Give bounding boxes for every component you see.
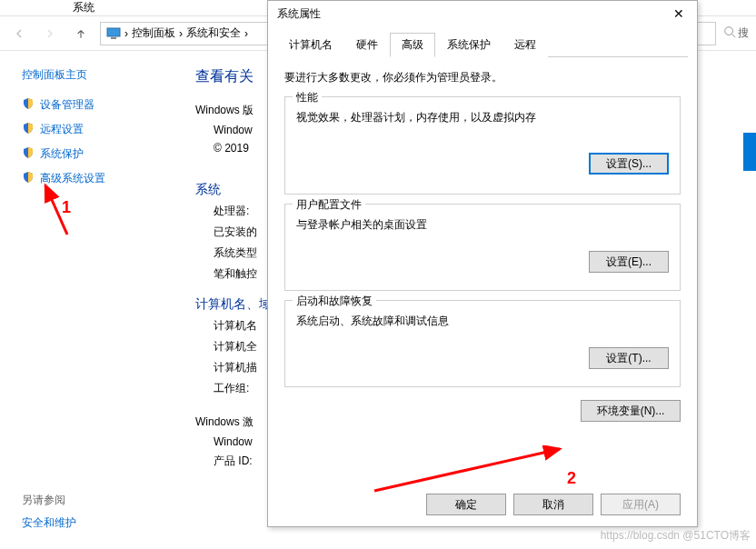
startup-recovery-group: 启动和故障恢复 系统启动、系统故障和调试信息 设置(T)... [284, 300, 681, 387]
shield-icon [22, 146, 35, 162]
sidebar-item-label: 远程设置 [40, 122, 84, 137]
shield-icon [22, 122, 35, 137]
up-button[interactable] [69, 22, 93, 45]
tab-strip: 计算机名 硬件 高级 系统保护 远程 [277, 32, 688, 57]
performance-settings-button[interactable]: 设置(S)... [589, 153, 669, 175]
breadcrumb-item[interactable]: 控制面板 [132, 25, 175, 41]
monitor-icon [106, 27, 121, 40]
performance-desc: 视觉效果，处理器计划，内存使用，以及虚拟内存 [296, 110, 669, 125]
user-profiles-group: 用户配置文件 与登录帐户相关的桌面设置 设置(E)... [284, 204, 681, 291]
user-profiles-title: 用户配置文件 [293, 197, 365, 213]
svg-point-2 [725, 27, 733, 35]
dialog-footer: 确定 取消 应用(A) [426, 494, 681, 515]
chevron-right-icon: › [244, 27, 248, 40]
sidebar-item-label: 设备管理器 [40, 97, 94, 113]
startup-recovery-settings-button[interactable]: 设置(T)... [589, 347, 669, 369]
breadcrumb-item[interactable]: 系统和安全 [186, 25, 241, 41]
search-icon [723, 25, 736, 41]
see-also-link[interactable]: 安全和维护 [22, 515, 76, 531]
user-profiles-settings-button[interactable]: 设置(E)... [589, 251, 669, 273]
admin-note: 要进行大多数更改，你必须作为管理员登录。 [284, 70, 681, 85]
tab-hardware[interactable]: 硬件 [344, 33, 390, 57]
dialog-title-text: 系统属性 [277, 6, 321, 22]
forward-button[interactable] [38, 22, 62, 45]
windows-logo-icon [743, 133, 756, 171]
performance-title: 性能 [293, 90, 322, 105]
user-profiles-desc: 与登录帐户相关的桌面设置 [296, 217, 669, 233]
environment-variables-button[interactable]: 环境变量(N)... [581, 400, 681, 422]
ok-button[interactable]: 确定 [426, 494, 506, 515]
see-also-header: 另请参阅 [22, 493, 76, 508]
sidebar-home-link[interactable]: 控制面板主页 [22, 67, 177, 83]
tab-remote[interactable]: 远程 [502, 33, 548, 57]
svg-rect-0 [107, 28, 120, 36]
see-also: 另请参阅 安全和维护 [22, 493, 76, 531]
sidebar-item-label: 高级系统设置 [40, 171, 105, 186]
tab-system-protection[interactable]: 系统保护 [435, 33, 502, 57]
back-button[interactable] [7, 22, 31, 45]
system-properties-dialog: 系统属性 ✕ 计算机名 硬件 高级 系统保护 远程 要进行大多数更改，你必须作为… [267, 0, 698, 527]
shield-icon [22, 171, 35, 186]
search-placeholder: 搜 [738, 25, 749, 41]
performance-group: 性能 视觉效果，处理器计划，内存使用，以及虚拟内存 设置(S)... [284, 96, 681, 195]
startup-recovery-desc: 系统启动、系统故障和调试信息 [296, 314, 669, 329]
watermark: https://blog.csdn @51CTO博客 [601, 528, 751, 544]
chevron-right-icon: › [179, 27, 183, 40]
close-button[interactable]: ✕ [670, 6, 688, 21]
dialog-body: 要进行大多数更改，你必须作为管理员登录。 性能 视觉效果，处理器计划，内存使用，… [268, 57, 697, 434]
svg-line-3 [732, 35, 736, 38]
tab-computer-name[interactable]: 计算机名 [277, 33, 344, 57]
sidebar-item-label: 系统保护 [40, 146, 84, 162]
sidebar: 控制面板主页 设备管理器 远程设置 系统保护 高级系统设置 [0, 51, 177, 549]
shield-icon [22, 97, 35, 113]
sidebar-item-system-protection[interactable]: 系统保护 [22, 146, 177, 162]
sidebar-item-advanced-settings[interactable]: 高级系统设置 [22, 171, 177, 186]
startup-recovery-title: 启动和故障恢复 [293, 294, 376, 309]
cancel-button[interactable]: 取消 [513, 494, 593, 515]
dialog-titlebar: 系统属性 ✕ [268, 1, 697, 26]
window-title: 系统 [73, 0, 94, 15]
tab-advanced[interactable]: 高级 [390, 33, 435, 57]
sidebar-item-device-manager[interactable]: 设备管理器 [22, 97, 177, 113]
svg-rect-1 [111, 37, 116, 39]
apply-button[interactable]: 应用(A) [601, 494, 681, 515]
search-box[interactable]: 搜 [723, 25, 749, 41]
chevron-right-icon: › [124, 27, 128, 40]
sidebar-item-remote-settings[interactable]: 远程设置 [22, 122, 177, 137]
